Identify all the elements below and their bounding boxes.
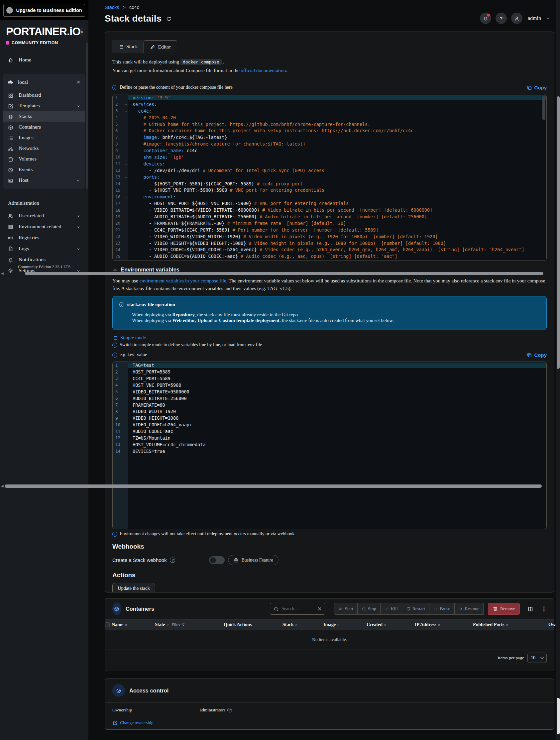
compose-line[interactable]: 17 - HOST_VNC_PORT=${HOST_VNC_PORT:-5900… xyxy=(113,200,546,207)
vertical-scrollbar[interactable] xyxy=(556,0,560,740)
kill-button[interactable]: Kill xyxy=(381,603,402,615)
compose-line[interactable]: 9 container_name: cc4c xyxy=(113,147,546,154)
sidebar-item-volumes[interactable]: Volumes xyxy=(3,154,85,164)
compose-line[interactable]: 20 - FRAMERATE=${FRAMERATE:-30} # Minimu… xyxy=(113,220,546,226)
sidebar-collapse-button[interactable]: « xyxy=(80,27,83,36)
column-header-created[interactable]: Created↓↑ xyxy=(365,622,413,627)
start-button[interactable]: Start xyxy=(334,603,358,615)
compose-line[interactable]: 21 - CC4C_PORT=${CC4C_PORT:-5589} # Port… xyxy=(113,226,546,233)
simple-mode-link[interactable]: Simple mode xyxy=(112,335,547,341)
compose-line[interactable]: 24 - VIDEO_CODEC=${VIDEO_CODEC:-h264_nve… xyxy=(113,247,546,253)
kebab-menu-icon[interactable]: ⋮ xyxy=(541,606,547,613)
env-line[interactable]: 6AUDIO_BITRATE=256000 xyxy=(113,395,546,402)
env-line[interactable]: 7FRAMERATE=60 xyxy=(113,402,546,408)
compose-line[interactable]: 26 - TZ=${TZ} # Time zone to be used, in… xyxy=(113,260,546,261)
tab-stack[interactable]: Stack xyxy=(112,40,144,53)
horizontal-scrollbar[interactable]: ◀ xyxy=(0,271,560,276)
sidebar-item-templates[interactable]: Templates xyxy=(3,100,85,111)
env-line[interactable]: 12TZ=US/Mountain xyxy=(113,435,546,441)
compose-line[interactable]: 2⌄services: xyxy=(113,101,546,108)
search-input[interactable] xyxy=(281,606,315,612)
update-stack-button[interactable]: Update the stack xyxy=(112,583,155,592)
compose-line[interactable]: 25 - AUDIO_CODEC=${AUDIO_CODEC:-aac} # A… xyxy=(113,253,546,260)
compose-line[interactable]: 1version: '3.9' xyxy=(113,94,546,101)
sidebar-item-logs[interactable]: Logs xyxy=(3,243,85,254)
user-menu[interactable]: admin xyxy=(528,15,541,21)
compose-editor-scrollbar[interactable] xyxy=(542,96,545,120)
sidebar-scrollbar[interactable] xyxy=(86,42,88,189)
env-variables-doc-link[interactable]: environment variables in your compose fi… xyxy=(139,278,226,283)
change-ownership-link[interactable]: Change ownership xyxy=(112,720,547,726)
columns-icon[interactable] xyxy=(528,606,533,612)
compose-line[interactable]: 6 # Docker container home for this proje… xyxy=(113,127,546,134)
select-all-checkbox[interactable] xyxy=(105,622,110,627)
column-header-state[interactable]: State↓↑Filter xyxy=(153,622,222,627)
compose-line[interactable]: 7 image: bnhf/cc4c:${TAG:-latest} xyxy=(113,134,546,141)
compose-line[interactable]: 4 # 2025.04.20 xyxy=(113,114,546,121)
environment-header[interactable]: local ✕ xyxy=(3,76,85,90)
compose-editor[interactable]: 1version: '3.9'2⌄services:3⌄ cc4c:4 # 20… xyxy=(112,94,547,261)
sidebar-item-networks[interactable]: Networks xyxy=(3,143,85,154)
column-header-image[interactable]: Image↓↑ xyxy=(321,622,365,627)
filter-button[interactable]: Filter xyxy=(172,622,185,627)
compose-line[interactable]: 10 shm_size: '1gb' xyxy=(113,154,546,161)
env-line[interactable]: 14DEVICES=true xyxy=(113,448,546,455)
env-line[interactable]: 10VIDEO_CODEC=h264_vaapi xyxy=(113,421,546,428)
copy-env-button[interactable]: Copy xyxy=(527,352,547,358)
compose-line[interactable]: 13⌄ ports: xyxy=(113,174,546,180)
restart-button[interactable]: Restart xyxy=(402,603,430,615)
chevron-down-icon[interactable] xyxy=(545,15,551,21)
compose-line[interactable]: 14 - ${HOST_PORT:-5589}:${CC4C_PORT:-558… xyxy=(113,180,546,187)
user-avatar[interactable] xyxy=(511,13,523,24)
compose-line[interactable]: 22 - VIDEO_WIDTH=${VIDEO_WIDTH:-1920} # … xyxy=(113,233,546,240)
remove-button[interactable]: Remove xyxy=(488,603,520,615)
compose-line[interactable]: 15 - ${HOST_VNC_PORT:-5900}:5900 # VNC p… xyxy=(113,187,546,194)
stop-button[interactable]: Stop xyxy=(358,603,381,615)
env-line[interactable]: 1TAG=test xyxy=(113,362,546,369)
sidebar-item-registries[interactable]: Registries xyxy=(3,232,85,243)
compose-line[interactable]: 23 - VIDEO_HEIGHT=${VIDEO_HEIGHT:-1080} … xyxy=(113,240,546,247)
environment-close-icon[interactable]: ✕ xyxy=(76,79,80,85)
env-line[interactable]: 5VIDEO_BITRATE=9500000 xyxy=(113,388,546,395)
tab-editor[interactable]: Editor xyxy=(144,40,177,53)
column-header-name[interactable]: Name↓↑ xyxy=(110,622,153,627)
sidebar-item-images[interactable]: Images xyxy=(3,132,85,143)
column-header-stack[interactable]: Stack↓↑ xyxy=(280,622,321,627)
env-line[interactable]: 2HOST_PORT=5589 xyxy=(113,369,546,375)
compose-line[interactable]: 11⌄ devices: xyxy=(113,161,546,167)
help-button[interactable]: ? xyxy=(495,13,507,24)
env-line[interactable]: 13HOST_VOLUME=cc4c_chromedata xyxy=(113,441,546,448)
env-line[interactable]: 4HOST_VNC_PORT=5900 xyxy=(113,382,546,388)
breadcrumb-stacks-link[interactable]: Stacks xyxy=(105,5,119,10)
sidebar-item-home[interactable]: Home xyxy=(3,55,85,65)
sidebar-item-dashboard[interactable]: Dashboard xyxy=(3,90,85,100)
sidebar-item-stacks[interactable]: Stacks xyxy=(3,111,85,122)
upgrade-business-button[interactable]: ↑ Upgrade to Business Edition xyxy=(3,4,85,17)
env-line[interactable]: 8VIDEO_WIDTH=1920 xyxy=(113,408,546,415)
env-line[interactable]: 9VIDEO_HEIGHT=1080 xyxy=(113,415,546,421)
sidebar-item-host[interactable]: Host xyxy=(3,175,85,185)
compose-line[interactable]: 3⌄ cc4c: xyxy=(113,108,546,114)
compose-line[interactable]: 19 - AUDIO_BITRATE=${AUDIO_BITRATE:-2560… xyxy=(113,213,546,220)
sidebar-item-events[interactable]: Events xyxy=(3,164,85,175)
notifications-bell-button[interactable] xyxy=(480,13,491,24)
compose-line[interactable]: 12 - /dev/dri:/dev/dri # Uncomment for I… xyxy=(113,167,546,174)
containers-search[interactable]: ✕ xyxy=(270,603,325,615)
compose-line[interactable]: 8 #image: fancybits/chrome-capture-for-c… xyxy=(113,141,546,147)
compose-line[interactable]: 16⌄ environment: xyxy=(113,193,546,200)
refresh-icon[interactable] xyxy=(166,16,172,22)
items-per-page-select[interactable]: 10 xyxy=(528,653,547,663)
column-header-ip-address[interactable]: IP Address↓↑ xyxy=(413,622,471,627)
compose-line[interactable]: 18 - VIDEO_BITRATE=${VIDEO_BITRATE:-6000… xyxy=(113,207,546,213)
sidebar-item-environment-related[interactable]: Environment-related xyxy=(3,221,85,232)
pause-button[interactable]: Pause xyxy=(430,603,455,615)
horizontal-scrollbar[interactable]: ◀ xyxy=(0,484,560,488)
resume-button[interactable]: Resume xyxy=(455,603,484,615)
env-line[interactable]: 3CC4C_PORT=5589 xyxy=(113,375,546,382)
official-documentation-link[interactable]: official documentation xyxy=(241,68,286,73)
column-header-published-ports[interactable]: Published Ports↓↑ xyxy=(471,622,546,627)
sidebar-item-user-related[interactable]: User-related xyxy=(3,210,85,221)
sidebar-item-containers[interactable]: Containers xyxy=(3,122,85,132)
compose-line[interactable]: 5 # GitHub home for this project: https:… xyxy=(113,121,546,127)
clear-search-icon[interactable]: ✕ xyxy=(317,606,322,612)
